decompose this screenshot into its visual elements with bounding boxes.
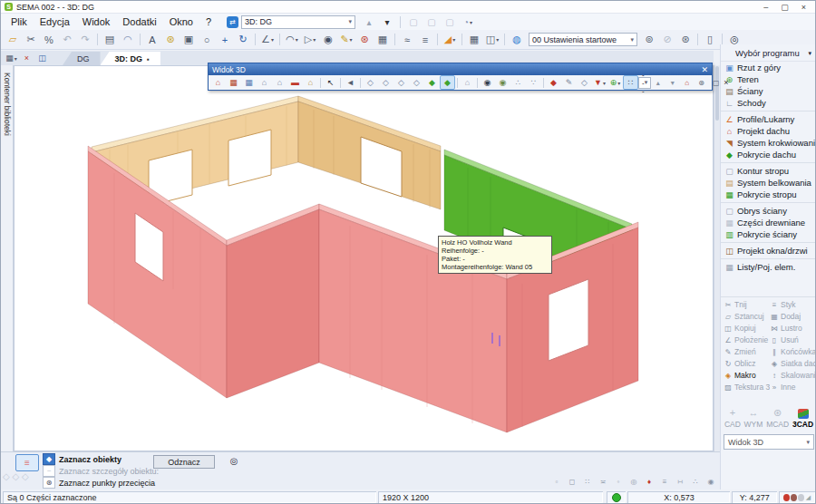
command-button[interactable]: ∠ Położenie <box>724 335 770 344</box>
select-objects-row[interactable]: ◆ Zaznacz obiekty <box>43 453 159 465</box>
snap-toggle-icon[interactable]: ∷ <box>623 75 638 90</box>
home-view-icon[interactable]: ⌂ <box>680 76 694 90</box>
scrollbar-thumb[interactable] <box>715 66 719 121</box>
select-details-row[interactable]: ~ Zaznacz szczegóły obiektu: <box>43 465 159 477</box>
close-secondary-icon[interactable]: × <box>723 76 729 90</box>
cut-percent-icon[interactable]: % <box>40 31 58 48</box>
pan-icon[interactable]: + <box>216 31 234 48</box>
photo-settings-icon[interactable]: ◉ <box>495 75 510 90</box>
command-button[interactable]: ≡ Styk <box>770 300 816 309</box>
resize-grip[interactable]: ◢ <box>806 494 811 501</box>
zoom-doc-icon[interactable]: ▣ <box>180 31 198 48</box>
dropdown-icon[interactable]: ▾ <box>379 15 395 30</box>
mode-mcad[interactable]: ⊛ MCAD <box>766 407 789 429</box>
magnifier-icon[interactable]: ◎ <box>226 454 242 468</box>
view-house-yellow-icon[interactable]: ⌂ <box>303 75 318 90</box>
snap-node-icon[interactable]: ▫ <box>550 476 563 488</box>
widok-3d-floating-toolbar[interactable]: Widok 3D ✕ ⌂▦▦⌂⌂▬⌂↖◄◇◇◇◇◆◆⌂◉◉∴∵◆✎◇▼⊕∷ --… <box>208 63 713 91</box>
settings-icon[interactable]: ⊛ <box>676 31 695 48</box>
undo-icon[interactable]: ↶ <box>58 31 76 48</box>
command-button[interactable]: ◫ Kopiuj <box>724 324 770 333</box>
cloud-icon[interactable]: ◠ <box>119 31 137 48</box>
menu-item[interactable]: Dodatki <box>116 15 162 29</box>
phone-icon[interactable]: ◍ <box>508 31 526 48</box>
menu-item[interactable]: Widok <box>76 15 117 29</box>
new-page-icon[interactable]: ▢ <box>709 76 723 90</box>
roof-tool-icon[interactable]: ◠ <box>283 31 301 48</box>
sidebar-item[interactable]: ◆ Pokrycie dachu <box>721 149 816 163</box>
sidebar-item[interactable]: ▥ Pokrycie ściany <box>721 228 816 243</box>
clip-icon[interactable]: ✎ <box>561 75 577 90</box>
sidebar-item[interactable]: ▢ Obrys ściany <box>721 205 816 217</box>
basket-2-icon[interactable]: ▢ <box>423 15 440 30</box>
brightness-icon[interactable]: ⊛ <box>161 31 180 48</box>
print-icon[interactable]: ▤ <box>101 31 119 48</box>
split-window-icon[interactable]: ◫ <box>483 31 501 48</box>
grid-window-icon[interactable]: ▦ <box>465 31 483 48</box>
split-columns-icon[interactable]: ◫ <box>34 51 50 65</box>
tab-close-icon[interactable]: ▪ <box>147 55 150 63</box>
snap-box-icon[interactable]: ◻ <box>566 476 578 488</box>
sidebar-item[interactable]: ▢ Kontur stropu <box>721 165 816 177</box>
measure-icon[interactable]: ∠ <box>258 31 277 48</box>
points-alt-icon[interactable]: ∵ <box>526 75 541 90</box>
close-icon[interactable]: ✕ <box>701 65 708 74</box>
camera-tool-icon[interactable]: ◉ <box>319 31 337 48</box>
menu-item[interactable]: Edycja <box>34 15 76 29</box>
wedge-icon[interactable]: ◢ <box>441 31 459 48</box>
view-select-dropdown[interactable]: Widok 3D ▾ <box>724 434 814 450</box>
command-button[interactable]: ▦ Dodaj <box>770 312 816 321</box>
close-button[interactable]: × <box>801 3 806 12</box>
view-shaded-icon[interactable]: ⌂ <box>210 75 226 90</box>
command-button[interactable]: ▯ Usuń <box>770 335 816 344</box>
cube-outline-icon[interactable]: ◇ <box>577 75 592 90</box>
library-container-strip[interactable]: Kontener biblioteki <box>1 65 14 451</box>
command-button[interactable]: » Inne <box>770 383 816 392</box>
iso-view-4-icon[interactable]: ◇ <box>409 75 424 90</box>
sidebar-item[interactable]: ◫ Projekt okna/drzwi <box>721 245 816 259</box>
command-button[interactable]: ∥ Końcówka <box>770 347 816 356</box>
sidebar-item[interactable]: ◥ System krokwiowania <box>721 137 816 149</box>
command-button[interactable]: ✎ Zmień <box>724 347 770 356</box>
view-wall-red-icon[interactable]: ▬ <box>287 75 303 90</box>
selection-cube-icons[interactable]: ◇ ◇ ◇ <box>3 471 29 481</box>
basket-1-icon[interactable]: ▢ <box>405 15 422 30</box>
sidebar-item[interactable]: ∠ Profile/Lukarny <box>721 113 816 125</box>
sidebar-item[interactable]: ▦ Listy/Poj. elem. <box>721 261 816 273</box>
view-frame-red-icon[interactable]: ▦ <box>226 75 241 90</box>
mode-wym[interactable]: ↔ WYM <box>744 407 763 429</box>
iso-view-2-icon[interactable]: ◇ <box>378 75 393 90</box>
walk-view-icon[interactable]: ⌂ <box>460 75 475 90</box>
menu-item[interactable]: Okno <box>163 15 199 29</box>
redo-icon[interactable]: ↷ <box>76 31 94 48</box>
text-sort-icon[interactable]: A <box>143 31 161 48</box>
command-button[interactable]: ◈ Makro <box>724 371 770 380</box>
pencil-icon[interactable]: ✎ <box>337 31 355 48</box>
scroll-up-icon[interactable]: ▴ <box>651 76 665 90</box>
command-button[interactable]: ↕ Skalowanie <box>770 371 816 380</box>
gear-red-icon[interactable]: ⊛ <box>355 31 374 48</box>
command-button[interactable]: ↻ Oblicz <box>724 359 770 368</box>
view-frame-blue-icon[interactable]: ▦ <box>241 75 257 90</box>
scroll-down-icon[interactable]: ▾ <box>665 76 679 90</box>
figure-icon[interactable]: ⊕ <box>607 75 623 90</box>
snap-grid-icon[interactable]: ∷ <box>581 476 594 488</box>
sidebar-item[interactable]: ⊛ Teren <box>721 73 816 85</box>
menu-item[interactable]: Plik <box>5 15 34 29</box>
sidebar-item[interactable]: ∟ Schody <box>721 97 816 111</box>
select-intersections-row[interactable]: ⊛ Zaznacz punkty przecięcia <box>43 477 159 489</box>
open-icon[interactable]: ▱ <box>4 31 22 48</box>
view-grid-icon[interactable]: ▦ <box>4 51 19 65</box>
mode-cad[interactable]: + CAD <box>724 407 741 429</box>
snap-active-icon[interactable]: ♦ <box>643 476 656 488</box>
iso-view-3-icon[interactable]: ◇ <box>393 75 409 90</box>
snap-align-icon[interactable]: ≍ <box>597 476 609 488</box>
floating-toolbar-titlebar[interactable]: Widok 3D ✕ <box>209 63 712 75</box>
maximize-button[interactable]: ▢ <box>781 3 789 12</box>
menu-item[interactable]: ? <box>199 15 218 29</box>
remote-app-icon[interactable]: ⇄ <box>227 16 238 28</box>
close-view-icon[interactable]: × <box>19 51 34 65</box>
view-house-icon[interactable]: ⌂ <box>257 75 272 90</box>
info-icon[interactable]: ▯ <box>701 31 719 48</box>
sidebar-item[interactable]: ▤ Ściany <box>721 85 816 97</box>
